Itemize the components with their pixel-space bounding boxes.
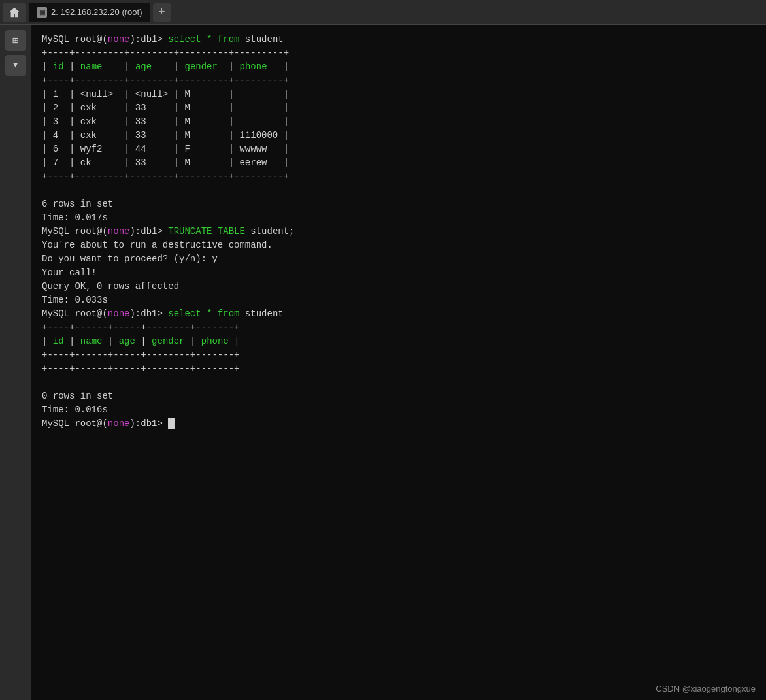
line-header1: | id | name | age | gender | phone | <box>42 60 756 74</box>
terminal[interactable]: MySQL root@(none):db1> select * from stu… <box>31 25 766 700</box>
tab-bar: ▣ 2. 192.168.232.20 (root) + <box>0 0 766 25</box>
active-tab[interactable]: ▣ 2. 192.168.232.20 (root) <box>29 3 150 22</box>
line-sep3: +----+---------+--------+---------+-----… <box>42 170 756 184</box>
line-empty2 <box>42 376 756 390</box>
line-row1: | 1 | <null> | <null> | M | | <box>42 88 756 101</box>
line-row2: | 2 | cxk | 33 | M | | <box>42 101 756 115</box>
line-prompt3: MySQL root@(none):db1> select * from stu… <box>42 307 756 321</box>
cursor <box>168 418 175 429</box>
line-sep1: +----+---------+--------+---------+-----… <box>42 46 756 60</box>
line-confirm: Do you want to proceed? (y/n): y <box>42 252 756 266</box>
watermark: CSDN @xiaogengtongxue <box>656 684 756 693</box>
line-time1: Time: 0.017s <box>42 211 756 225</box>
sidebar: ⊞ ▼ <box>0 25 31 700</box>
line-sep2: +----+---------+--------+---------+-----… <box>42 74 756 88</box>
tab-label: 2. 192.168.232.20 (root) <box>51 7 142 17</box>
line-row4: | 4 | cxk | 33 | M | 1110000 | <box>42 129 756 142</box>
line-sep4: +----+------+-----+--------+-------+ <box>42 321 756 335</box>
tab-icon: ▣ <box>37 7 47 18</box>
line-row3: | 3 | cxk | 33 | M | | <box>42 115 756 129</box>
line-time3: Time: 0.016s <box>42 403 756 417</box>
line-empty1 <box>42 184 756 197</box>
line-rowcount2: 0 rows in set <box>42 390 756 403</box>
line-prompt1: MySQL root@(none):db1> select * from stu… <box>42 33 756 46</box>
line-warning: You're about to run a destructive comman… <box>42 239 756 252</box>
line-row5: | 6 | wyf2 | 44 | F | wwwww | <box>42 142 756 156</box>
sidebar-btn-2[interactable]: ▼ <box>5 55 26 76</box>
line-prompt4: MySQL root@(none):db1> <box>42 417 756 431</box>
sidebar-btn-1[interactable]: ⊞ <box>5 30 26 51</box>
new-tab-button[interactable]: + <box>153 3 171 22</box>
home-icon <box>8 7 20 18</box>
line-yourcall: Your call! <box>42 266 756 280</box>
line-queryok: Query OK, 0 rows affected <box>42 280 756 293</box>
line-prompt2: MySQL root@(none):db1> TRUNCATE TABLE st… <box>42 225 756 239</box>
line-time2: Time: 0.033s <box>42 293 756 307</box>
line-sep6: +----+------+-----+--------+-------+ <box>42 362 756 376</box>
home-button[interactable] <box>3 3 26 22</box>
line-sep5: +----+------+-----+--------+-------+ <box>42 348 756 362</box>
line-header2: | id | name | age | gender | phone | <box>42 335 756 348</box>
line-rowcount1: 6 rows in set <box>42 197 756 211</box>
line-row6: | 7 | ck | 33 | M | eerew | <box>42 156 756 170</box>
